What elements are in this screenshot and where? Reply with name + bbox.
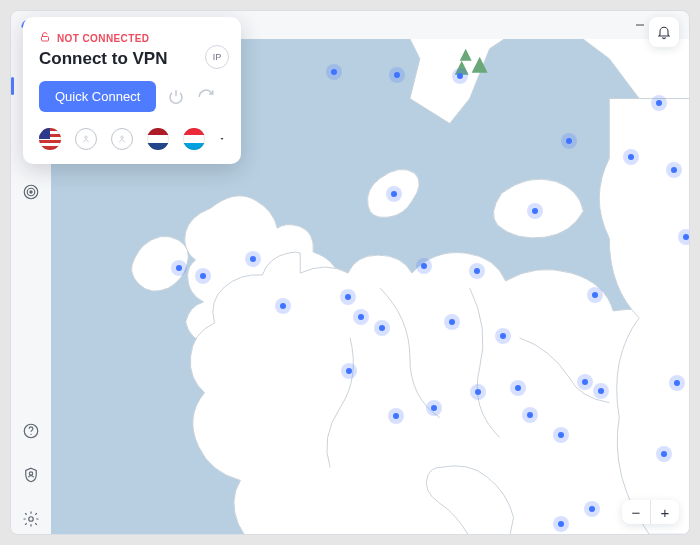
server-pin[interactable] — [577, 374, 593, 390]
server-pin[interactable] — [495, 328, 511, 344]
server-pin[interactable] — [623, 149, 639, 165]
connection-status: NOT CONNECTED — [57, 33, 149, 44]
server-pin[interactable] — [353, 309, 369, 325]
server-pin[interactable] — [593, 383, 609, 399]
sidebar-active-indicator — [11, 77, 14, 95]
card-title: Connect to VPN — [39, 49, 225, 69]
server-pin[interactable] — [389, 67, 405, 83]
server-pin[interactable] — [426, 400, 442, 416]
radar-icon[interactable] — [16, 177, 46, 207]
svg-point-15 — [30, 434, 31, 435]
preset-expand-button[interactable] — [219, 128, 225, 150]
server-pin[interactable] — [452, 68, 468, 84]
server-pin[interactable] — [656, 446, 672, 462]
server-pin[interactable] — [584, 501, 600, 517]
server-pin[interactable] — [245, 251, 261, 267]
preset-row — [39, 128, 225, 150]
server-pin[interactable] — [669, 375, 685, 391]
server-pin[interactable] — [510, 380, 526, 396]
profile-shield-icon[interactable] — [16, 460, 46, 490]
svg-rect-19 — [42, 37, 49, 42]
server-pin[interactable] — [527, 203, 543, 219]
server-pin[interactable] — [326, 64, 342, 80]
server-pin[interactable] — [587, 287, 603, 303]
svg-point-14 — [30, 191, 32, 193]
svg-point-21 — [121, 136, 124, 139]
app-window: NordVPN — [10, 10, 690, 535]
server-pin[interactable] — [561, 133, 577, 149]
quick-connect-button[interactable]: Quick Connect — [39, 81, 156, 112]
server-pin[interactable] — [275, 298, 291, 314]
ip-info-button[interactable]: IP — [205, 45, 229, 69]
preset-flag-lu[interactable] — [183, 128, 205, 150]
server-pin[interactable] — [444, 314, 460, 330]
server-pin[interactable] — [340, 289, 356, 305]
server-pin[interactable] — [386, 186, 402, 202]
server-pin[interactable] — [171, 260, 187, 276]
server-pin[interactable] — [522, 407, 538, 423]
power-icon[interactable] — [166, 87, 186, 107]
settings-icon[interactable] — [16, 504, 46, 534]
preset-flag-us[interactable] — [39, 128, 61, 150]
zoom-controls: − + — [622, 500, 679, 524]
server-pin[interactable] — [341, 363, 357, 379]
server-pin[interactable] — [553, 427, 569, 443]
unlocked-icon — [39, 29, 51, 47]
zoom-in-button[interactable]: + — [651, 500, 679, 524]
server-pin[interactable] — [470, 384, 486, 400]
notifications-button[interactable] — [649, 17, 679, 47]
help-icon[interactable] — [16, 416, 46, 446]
server-pin[interactable] — [374, 320, 390, 336]
preset-empty-1[interactable] — [75, 128, 97, 150]
server-pin[interactable] — [416, 258, 432, 274]
zoom-out-button[interactable]: − — [622, 500, 650, 524]
svg-point-20 — [85, 136, 88, 139]
preset-flag-nl[interactable] — [147, 128, 169, 150]
server-pin[interactable] — [469, 263, 485, 279]
server-pin[interactable] — [553, 516, 569, 532]
svg-point-16 — [29, 472, 32, 475]
refresh-icon[interactable] — [196, 87, 216, 107]
connection-card: NOT CONNECTED Connect to VPN IP Quick Co… — [23, 17, 241, 164]
server-pin[interactable] — [678, 229, 689, 245]
server-pin[interactable] — [388, 408, 404, 424]
preset-empty-2[interactable] — [111, 128, 133, 150]
svg-point-17 — [29, 517, 34, 522]
server-pin[interactable] — [666, 162, 682, 178]
server-pin[interactable] — [651, 95, 667, 111]
server-pin[interactable] — [195, 268, 211, 284]
